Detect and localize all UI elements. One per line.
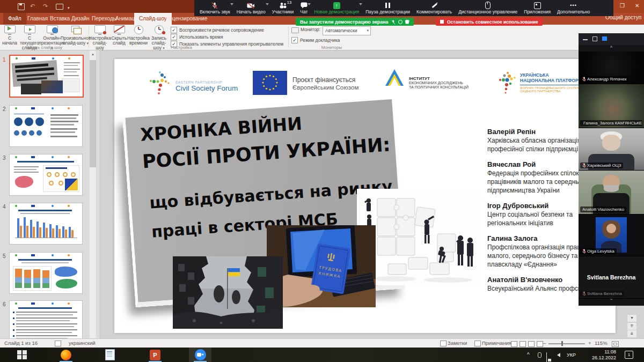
- reading-view-button[interactable]: [528, 341, 535, 347]
- windows-logo-icon: [17, 350, 27, 360]
- tray-speaker-icon[interactable]: [557, 353, 560, 357]
- chat-button[interactable]: Чат: [297, 0, 311, 16]
- previous-slide-button[interactable]: ⇈: [627, 322, 637, 330]
- record-slideshow-button[interactable]: Запись слайд-шоу ▾: [149, 25, 169, 47]
- tray-expand-chevron[interactable]: ^: [527, 348, 530, 362]
- slide-thumbnail-1[interactable]: [9, 55, 84, 98]
- quick-access-customize-icon[interactable]: ▾: [68, 4, 70, 11]
- comments-icon: [474, 341, 481, 346]
- pause-share-button[interactable]: Пауза демонстрации: [362, 0, 413, 16]
- zoom-in-button[interactable]: +: [588, 339, 591, 348]
- remote-control-button[interactable]: Дистанционное управление: [455, 0, 521, 16]
- notification-center-icon[interactable]: 1: [625, 351, 633, 359]
- participant-tile[interactable]: Галина_Залога КАМ'ЯНСЬКЕ: [579, 84, 644, 128]
- taskbar-notepad[interactable]: [99, 348, 121, 362]
- zoom-app-icon: [195, 349, 206, 360]
- labor-book-photo: ТРУДОВА КНИЖКА: [267, 225, 376, 307]
- monitor-select[interactable]: Автоматически ▾: [323, 26, 371, 35]
- undo-icon[interactable]: ↶: [30, 3, 35, 10]
- stop-icon: [440, 20, 444, 24]
- slideshow-view-button[interactable]: [537, 341, 543, 347]
- participant-tile[interactable]: Александр Ялпачек: [579, 51, 644, 84]
- participant-tile[interactable]: Anatolii Viazovchenko: [579, 171, 644, 215]
- online-presentation-button[interactable]: Онлайн-презентация ▾: [41, 25, 63, 47]
- participants-count-badge: 13: [287, 0, 291, 5]
- canvas-scroll-down-button[interactable]: ▼: [627, 314, 637, 322]
- unmute-button[interactable]: Включить звук: [196, 0, 233, 16]
- ppt-status-bar: Слайд 1 из 16 украинский Заметки Примеча…: [0, 338, 644, 348]
- play-narration-checkbox[interactable]: ✓ Воспроизвести речевое сопровождение: [171, 27, 264, 33]
- spellcheck-icon[interactable]: [55, 341, 61, 346]
- use-timings-checkbox[interactable]: ✓ Использовать время: [171, 34, 223, 40]
- collapse-panel-chevron[interactable]: ^: [579, 45, 644, 51]
- next-slide-button[interactable]: ⇊: [627, 330, 637, 338]
- taskbar-zoom[interactable]: [189, 348, 211, 362]
- tray-language[interactable]: УКР: [567, 348, 576, 362]
- slide-thumbnail-4[interactable]: [9, 203, 83, 245]
- expand-panel-chevron[interactable]: ˇ: [579, 299, 644, 305]
- checkbox-icon: ✓: [171, 27, 177, 33]
- normal-view-button[interactable]: [511, 341, 517, 347]
- tray-network-icon[interactable]: [546, 352, 547, 362]
- zoom-slider[interactable]: [548, 343, 585, 344]
- checkbox-label: Режим докладчика: [300, 38, 340, 43]
- close-window-button[interactable]: ✕: [635, 3, 639, 9]
- zoom-out-button[interactable]: –: [543, 339, 546, 348]
- start-video-button[interactable]: Начать видео: [233, 0, 269, 16]
- setup-slideshow-button[interactable]: Настройка слайд-шоу: [90, 25, 109, 47]
- slide-thumbnail-2[interactable]: [9, 105, 83, 147]
- zoom-meeting-toolbar: Включить звук Начать видео 13 Участники …: [194, 0, 613, 16]
- zoom-slider-thumb[interactable]: [561, 341, 563, 346]
- from-beginning-button[interactable]: С начала: [1, 25, 18, 47]
- language-indicator[interactable]: украинский: [69, 339, 96, 348]
- restore-window-button[interactable]: ❐: [620, 3, 625, 9]
- slide-thumbnail-6[interactable]: [9, 300, 83, 338]
- from-current-slide-button[interactable]: С текущего слайда: [19, 25, 40, 47]
- participant-tile[interactable]: Svitlana Berezhna Svitlana Berezhna: [579, 256, 644, 299]
- fit-to-window-button[interactable]: [612, 341, 619, 347]
- presenter-view-checkbox[interactable]: ✓ Режим докладчика: [291, 37, 340, 43]
- save-icon[interactable]: [18, 3, 25, 10]
- monitors-group-label: Мониторы: [291, 45, 372, 50]
- ribbon-separator: [288, 26, 289, 48]
- ppt-main-area: ▲ 1 2: [0, 50, 644, 338]
- mic-muted-icon: [582, 77, 586, 82]
- participant-tile[interactable]: Olga Levytska: [579, 215, 644, 256]
- apps-button[interactable]: Приложения: [521, 0, 554, 16]
- gallery-view-icon[interactable]: [602, 36, 607, 41]
- rehearse-timings-button[interactable]: Настройка времени: [129, 25, 148, 47]
- window-controls: ❐ ✕: [613, 0, 644, 13]
- civil-society-forum-logo-icon: [148, 70, 170, 98]
- slide-thumbnail-3[interactable]: [9, 154, 83, 196]
- slide-thumbnail-5[interactable]: [9, 252, 83, 294]
- tray-mic-icon[interactable]: [538, 352, 541, 358]
- comments-button[interactable]: Примечания: [482, 339, 511, 348]
- redo-icon[interactable]: ↷: [43, 3, 48, 10]
- slide-sorter-view-button[interactable]: [519, 341, 526, 347]
- participants-button[interactable]: 13 Участники: [269, 0, 297, 16]
- mic-muted-mini-icon: [391, 20, 396, 24]
- monitor-label: Монитор:: [301, 27, 320, 32]
- zoom-participants-panel: ^ Александр Ялпачек Галина_Залога КАМ'ЯН…: [579, 33, 644, 306]
- slide-canvas[interactable]: EASTERN PARTNERSHIP Civil Society Forum …: [114, 59, 616, 333]
- annotate-button[interactable]: Комментировать: [413, 0, 455, 16]
- hide-slide-button[interactable]: Скрыть слайд: [111, 25, 128, 47]
- custom-slideshow-button[interactable]: Произвольное слайд-шоу ▾: [64, 25, 87, 47]
- tray-clock[interactable]: 11:08 26.12.2022: [585, 349, 616, 360]
- minimize-panel-icon[interactable]: [583, 39, 588, 40]
- notes-button[interactable]: Заметки: [448, 339, 467, 348]
- stop-sharing-button[interactable]: Остановить совместное использование: [436, 18, 543, 26]
- taskbar-powerpoint[interactable]: P: [144, 348, 166, 362]
- zoom-level[interactable]: 115%: [595, 339, 608, 348]
- participant-tile[interactable]: Харківський ОЦЗ: [579, 128, 644, 171]
- checkbox-icon: ✓: [171, 34, 177, 40]
- more-button[interactable]: ••• Дополнительно: [554, 0, 593, 16]
- start-slideshow-quick-icon[interactable]: [56, 4, 63, 10]
- restore-panel-icon[interactable]: [592, 36, 597, 41]
- zoom-panel-controls: [579, 33, 644, 45]
- thumbs-scroll-up-button[interactable]: ▲: [90, 50, 96, 58]
- taskbar-firefox[interactable]: [55, 348, 77, 362]
- new-share-button[interactable]: ↑ Новая демонстрация: [311, 0, 362, 16]
- thumbs-scrollbar[interactable]: [90, 58, 96, 338]
- start-button[interactable]: [11, 348, 33, 362]
